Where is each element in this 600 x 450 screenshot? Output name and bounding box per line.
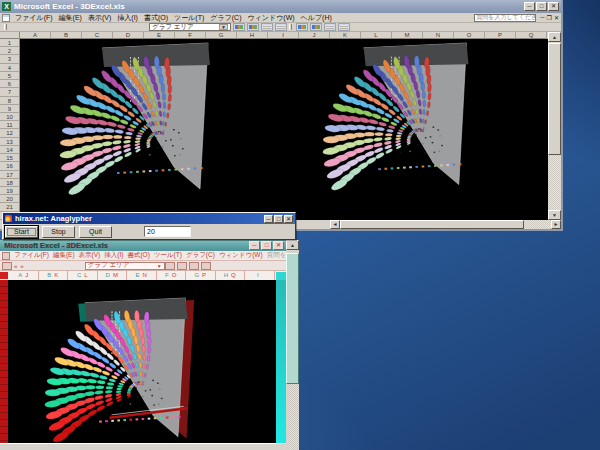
by-column-icon[interactable] <box>310 23 322 31</box>
row-header[interactable]: 18 <box>0 179 20 187</box>
chart-objects-combo[interactable]: グラフ エリア ▼ <box>85 262 165 270</box>
row-header[interactable]: 8 <box>0 97 20 105</box>
stop-button[interactable]: Stop <box>42 226 75 238</box>
maximize-button[interactable]: □ <box>274 215 283 223</box>
row-header[interactable]: 11 <box>0 121 20 129</box>
title-bar[interactable]: X Microsoft Excel - 3DExcel.xls ─□✕ <box>0 0 561 13</box>
column-header[interactable]: K <box>330 32 361 39</box>
column-header[interactable]: E <box>144 32 175 39</box>
chevron-down-icon[interactable]: ▼ <box>219 24 228 30</box>
menu-item[interactable]: 編集(E) <box>56 13 85 23</box>
column-header-pair[interactable]: DM <box>98 271 128 280</box>
row-header[interactable]: 5 <box>0 72 20 80</box>
close-button[interactable]: ✕ <box>273 241 284 250</box>
menu-item[interactable]: ウィンドウ(W) <box>217 251 265 260</box>
vertical-scrollbar[interactable]: ▲ <box>286 240 299 450</box>
menu-item[interactable]: 挿入(I) <box>114 13 141 23</box>
start-button[interactable]: Start <box>5 226 38 238</box>
chart-3d-fan-anaglyph[interactable] <box>8 280 268 443</box>
menu-item[interactable]: グラフ(C) <box>207 13 244 23</box>
vertical-scrollbar[interactable]: ▲ ▼ <box>548 32 561 220</box>
scroll-right-button[interactable]: ► <box>551 220 561 229</box>
column-header[interactable]: J <box>299 32 330 39</box>
workbook-restore-button[interactable]: ❐ <box>547 14 552 21</box>
column-header[interactable]: M <box>392 32 423 39</box>
column-header[interactable]: N <box>423 32 454 39</box>
scrollbar-thumb[interactable] <box>286 253 299 384</box>
workbook-minimize-button[interactable]: ─ <box>540 14 544 21</box>
row-header[interactable]: 15 <box>0 154 20 162</box>
menu-item[interactable]: ツール(T) <box>171 13 207 23</box>
column-header-pair[interactable]: EN <box>127 271 157 280</box>
legend-icon[interactable] <box>261 23 273 31</box>
close-button[interactable]: ✕ <box>548 2 559 11</box>
toolbar-grip[interactable] <box>4 24 7 30</box>
column-header[interactable]: C <box>82 32 113 39</box>
column-header[interactable]: H <box>237 32 268 39</box>
scroll-down-button[interactable]: ▼ <box>548 210 561 220</box>
menu-item[interactable]: 表示(V) <box>85 13 114 23</box>
format-chart-area-icon[interactable] <box>233 23 245 31</box>
chart-type-icon[interactable] <box>177 262 187 270</box>
scroll-up-button[interactable]: ▲ <box>286 240 299 250</box>
menu-item[interactable]: ヘルプ(H) <box>298 13 335 23</box>
row-header[interactable]: 19 <box>0 187 20 195</box>
format-chart-area-icon[interactable] <box>165 262 175 270</box>
row-header[interactable]: 4 <box>0 64 20 72</box>
column-header[interactable]: D <box>113 32 144 39</box>
data-table-icon[interactable] <box>201 262 211 270</box>
row-header[interactable]: 14 <box>0 146 20 154</box>
maximize-button[interactable]: □ <box>261 241 272 250</box>
column-header[interactable]: P <box>485 32 516 39</box>
title-bar[interactable]: hirax.net: Anaglypher ─□✕ <box>3 213 295 224</box>
chart-plot-area[interactable] <box>20 39 548 220</box>
row-header[interactable]: 2 <box>0 47 20 55</box>
menu-item[interactable]: ファイル(F) <box>12 13 56 23</box>
minimize-button[interactable]: ─ <box>264 215 273 223</box>
by-row-icon[interactable] <box>296 23 308 31</box>
row-header[interactable]: 6 <box>0 80 20 88</box>
title-bar[interactable]: Microsoft Excel - 3DExcel.xls ─□✕ <box>0 240 286 251</box>
data-table-icon[interactable] <box>275 23 287 31</box>
column-header[interactable]: O <box>454 32 485 39</box>
column-header[interactable]: Q <box>516 32 547 39</box>
column-header-pair[interactable]: I <box>245 271 275 280</box>
menu-item[interactable]: 書式(O) <box>141 13 171 23</box>
maximize-button[interactable]: □ <box>536 2 547 11</box>
row-header[interactable]: 12 <box>0 129 20 137</box>
menu-item[interactable]: ツール(T) <box>152 251 184 260</box>
chart-plot-area[interactable] <box>0 280 286 443</box>
select-all-corner-anaglyph[interactable] <box>0 272 8 279</box>
row-header[interactable]: 21 <box>0 203 20 211</box>
question-box-text[interactable]: 質問を入力してください <box>267 251 286 260</box>
column-header[interactable]: F <box>175 32 206 39</box>
column-header-pair[interactable]: BK <box>39 271 69 280</box>
menu-item[interactable]: 書式(O) <box>125 251 151 260</box>
quit-button[interactable]: Quit <box>79 226 112 238</box>
column-header[interactable]: A <box>20 32 51 39</box>
scroll-left-button[interactable]: ◄ <box>330 220 340 229</box>
menu-item[interactable]: ウィンドウ(W) <box>245 13 298 23</box>
select-all-corner[interactable] <box>0 32 20 39</box>
row-header[interactable]: 3 <box>0 55 20 63</box>
column-header-pair[interactable]: FO <box>157 271 187 280</box>
menu-item[interactable]: ファイル(F) <box>12 251 51 260</box>
scroll-up-button[interactable]: ▲ <box>548 32 561 42</box>
legend-icon[interactable] <box>189 262 199 270</box>
angle-text-up-icon[interactable] <box>338 23 350 31</box>
column-header[interactable]: G <box>206 32 237 39</box>
workbook-close-button[interactable]: ✕ <box>554 14 559 21</box>
chart-objects-combo[interactable]: グラフ エリア ▼ <box>149 23 231 31</box>
chart-type-icon[interactable] <box>247 23 259 31</box>
angle-text-down-icon[interactable] <box>324 23 336 31</box>
column-header-pair[interactable]: AJ <box>9 271 39 280</box>
close-button[interactable]: ✕ <box>284 215 293 223</box>
chevron-down-icon[interactable]: ▼ <box>157 263 162 269</box>
row-header[interactable]: 7 <box>0 88 20 96</box>
column-header-pair[interactable]: GP <box>186 271 216 280</box>
row-header[interactable]: 10 <box>0 113 20 121</box>
menu-item[interactable]: 編集(E) <box>51 251 77 260</box>
column-header[interactable]: B <box>51 32 82 39</box>
column-header[interactable]: L <box>361 32 392 39</box>
toolbar-icon[interactable] <box>2 262 12 270</box>
